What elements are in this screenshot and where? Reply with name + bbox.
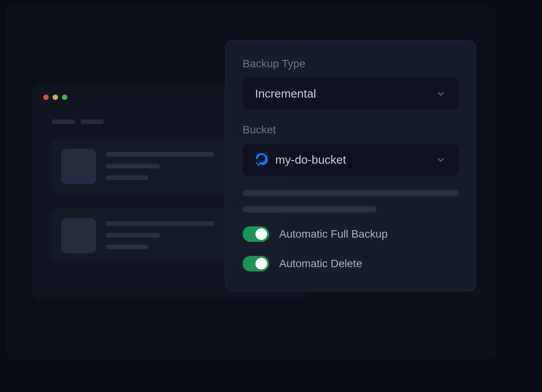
- skeleton-line: [106, 175, 148, 180]
- skeleton-line: [243, 190, 459, 196]
- skeleton-card-lines: [106, 149, 215, 184]
- svg-rect-0: [259, 162, 262, 164]
- backup-settings-panel: Backup Type Incremental Bucket my-do-buc…: [225, 40, 476, 291]
- skeleton-pill: [81, 119, 104, 124]
- minimize-traffic-light: [53, 94, 58, 100]
- bucket-dropdown[interactable]: my-do-bucket: [243, 144, 459, 176]
- skeleton-line: [106, 152, 215, 157]
- chevron-down-icon: [435, 154, 446, 165]
- backup-type-label: Backup Type: [243, 58, 459, 70]
- skeleton-card-icon: [61, 149, 96, 184]
- bucket-value: my-do-bucket: [275, 153, 346, 166]
- main-background-container: Backup Type Incremental Bucket my-do-buc…: [6, 6, 496, 360]
- auto-delete-row: Automatic Delete: [243, 256, 459, 271]
- skeleton-card-icon: [61, 218, 96, 253]
- backup-type-value: Incremental: [255, 87, 316, 100]
- svg-rect-2: [256, 163, 258, 164]
- skeleton-pill: [52, 119, 75, 124]
- auto-delete-label: Automatic Delete: [279, 257, 362, 270]
- skeleton-line: [106, 233, 160, 238]
- backup-type-dropdown[interactable]: Incremental: [243, 78, 459, 110]
- skeleton-line: [106, 221, 215, 226]
- bucket-label: Bucket: [243, 124, 459, 136]
- auto-full-backup-row: Automatic Full Backup: [243, 226, 459, 242]
- auto-delete-toggle[interactable]: [243, 256, 269, 271]
- skeleton-card-lines: [106, 218, 215, 253]
- chevron-down-icon: [435, 88, 446, 99]
- digitalocean-icon: [255, 153, 268, 166]
- close-traffic-light: [43, 94, 49, 100]
- toggle-thumb: [255, 258, 267, 270]
- auto-full-backup-toggle[interactable]: [243, 226, 269, 242]
- svg-rect-1: [258, 164, 260, 166]
- skeleton-line: [243, 206, 377, 212]
- maximize-traffic-light: [62, 94, 67, 100]
- skeleton-line: [106, 164, 160, 168]
- auto-full-backup-label: Automatic Full Backup: [279, 228, 388, 240]
- skeleton-line: [106, 245, 148, 249]
- toggle-thumb: [255, 228, 267, 240]
